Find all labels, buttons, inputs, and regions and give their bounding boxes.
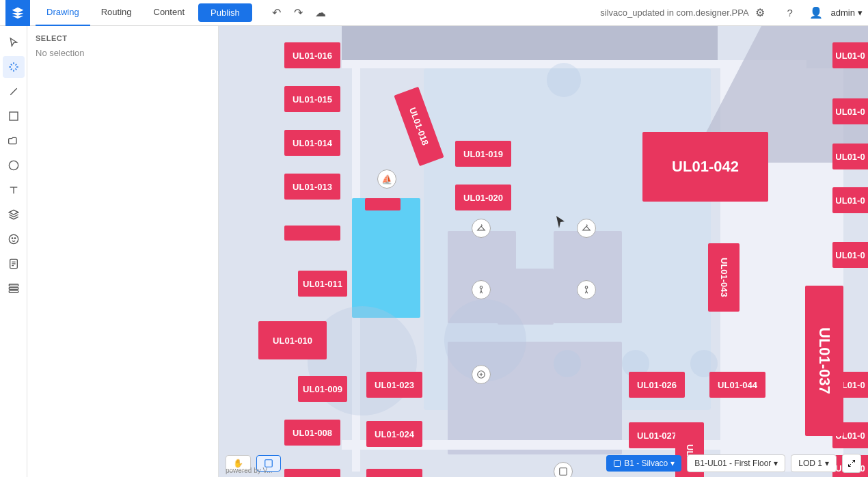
help-button[interactable]: ? — [779, 2, 801, 24]
bottom-bar: ✋ powered by V... B1 - Silvaco ▾ B1-UL01… — [219, 450, 868, 477]
settings-icon[interactable]: ⚙ — [749, 2, 771, 24]
icon-boat: ⛵ — [377, 169, 396, 189]
unit-right-1[interactable]: UL01-0 — [832, 42, 868, 68]
main-layout: SELECT No selection — [0, 26, 868, 477]
rectangle-tool[interactable] — [3, 105, 25, 127]
unit-ul01-011[interactable]: UL01-011 — [298, 271, 347, 297]
map-area[interactable]: UL01-016 UL01-015 UL01-014 UL01-013 UL01… — [219, 26, 868, 477]
svg-line-30 — [852, 461, 855, 463]
unit-ul01-009[interactable]: UL01-009 — [298, 376, 347, 402]
circle-tool[interactable] — [3, 154, 25, 176]
right-nav-group: ? 👤 admin ▾ — [779, 2, 863, 24]
unit-ul01-044[interactable]: UL01-044 — [709, 372, 765, 398]
unit-ul01-019[interactable]: UL01-019 — [455, 141, 511, 167]
grey-room-2 — [554, 231, 622, 323]
unit-ul01-026[interactable]: UL01-026 — [629, 372, 685, 398]
unit-ul01-014[interactable]: UL01-014 — [284, 130, 340, 156]
floor-dropdown-icon: ▾ — [774, 459, 778, 468]
unit-ul01-043[interactable]: UL01-043 — [708, 243, 740, 312]
publish-button[interactable]: Publish — [198, 3, 252, 22]
unit-ul01-020[interactable]: UL01-020 — [455, 185, 511, 210]
unit-ul01-013[interactable]: UL01-013 — [284, 174, 340, 200]
unit-ul01-023[interactable]: UL01-023 — [366, 372, 422, 398]
top-navbar: Drawing Routing Content Publish ↶ ↷ ☁ si… — [0, 0, 868, 26]
left-toolbar — [0, 26, 27, 477]
svg-rect-1 — [10, 112, 18, 120]
project-name: silvaco_updated in com.designer.PPA — [600, 8, 748, 18]
icon-person-1 — [472, 280, 491, 299]
svg-rect-13 — [9, 288, 18, 290]
venue-selector[interactable]: B1 - Silvaco ▾ — [606, 455, 681, 472]
doc-tool[interactable] — [3, 253, 25, 275]
icon-food — [472, 365, 491, 384]
cloud-button[interactable]: ☁ — [310, 2, 331, 24]
no-selection-label: No selection — [36, 48, 210, 58]
svg-point-7 — [14, 238, 15, 238]
lod-selector[interactable]: LOD 1 ▾ — [791, 454, 837, 472]
text-tool[interactable] — [3, 179, 25, 201]
unit-ul01-008[interactable]: UL01-008 — [284, 420, 340, 446]
stack-tool[interactable] — [3, 277, 25, 299]
svg-rect-14 — [9, 290, 18, 292]
folder-tool[interactable] — [3, 130, 25, 152]
tab-drawing[interactable]: Drawing — [36, 0, 90, 26]
unit-small-red[interactable] — [284, 226, 340, 241]
svg-rect-29 — [614, 461, 621, 467]
side-panel: SELECT No selection — [27, 26, 219, 477]
svg-rect-12 — [9, 284, 18, 286]
unit-ul01-042[interactable]: UL01-042 — [642, 132, 768, 202]
select-tool[interactable] — [3, 31, 25, 53]
expand-button[interactable] — [842, 454, 861, 473]
svg-point-15 — [480, 286, 483, 289]
undo-button[interactable]: ↶ — [266, 2, 288, 24]
floor-selector[interactable]: B1-UL01 - First Floor ▾ — [687, 454, 785, 472]
unit-ul01-010[interactable]: UL01-010 — [258, 321, 327, 359]
unit-ul01-016[interactable]: UL01-016 — [284, 42, 340, 68]
user-menu[interactable]: admin ▾ — [831, 8, 863, 18]
tab-routing[interactable]: Routing — [90, 0, 143, 26]
svg-point-6 — [12, 238, 12, 238]
lod-dropdown-icon: ▾ — [825, 459, 829, 468]
svg-rect-28 — [265, 460, 273, 467]
unit-ul01-015[interactable]: UL01-015 — [284, 86, 340, 112]
unit-right-4[interactable]: UL01-0 — [832, 187, 868, 213]
unit-right-5[interactable]: UL01-0 — [832, 242, 868, 268]
icon-person-2 — [577, 280, 596, 299]
blue-pool — [352, 198, 420, 318]
road-top — [342, 26, 718, 60]
unit-right-2[interactable]: UL01-0 — [832, 98, 868, 124]
circle-small-2 — [554, 350, 581, 377]
unit-ul01-024[interactable]: UL01-024 — [366, 421, 422, 447]
circle-small-1 — [547, 63, 581, 97]
app-logo — [5, 0, 30, 26]
layers-tool[interactable] — [3, 204, 25, 226]
face-tool[interactable] — [3, 228, 25, 250]
unit-ul01-037[interactable]: UL01-037 — [805, 286, 843, 436]
user-icon[interactable]: 👤 — [805, 2, 827, 24]
powered-by: powered by V... — [226, 467, 273, 474]
icon-hanger-1 — [472, 219, 491, 238]
unit-small-2[interactable] — [365, 198, 401, 210]
pan-tool[interactable] — [3, 56, 25, 78]
svg-line-0 — [10, 88, 16, 94]
svg-point-5 — [9, 234, 18, 243]
diagonal-tool[interactable] — [3, 81, 25, 103]
svg-line-31 — [849, 464, 852, 467]
venue-dropdown-icon: ▾ — [670, 459, 675, 468]
unit-right-3[interactable]: UL01-0 — [832, 144, 868, 169]
svg-point-16 — [585, 286, 588, 289]
tab-content[interactable]: Content — [143, 0, 196, 26]
icon-hanger-2 — [577, 219, 596, 238]
redo-button[interactable]: ↷ — [288, 2, 310, 24]
panel-section-label: SELECT — [36, 34, 210, 42]
svg-point-2 — [9, 161, 18, 169]
